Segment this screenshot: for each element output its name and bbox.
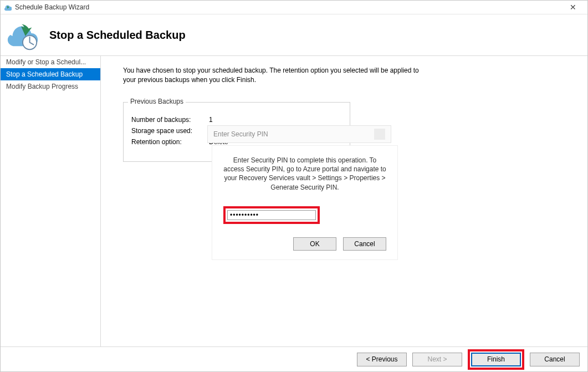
page-icon (5, 18, 39, 52)
finish-button[interactable]: Finish (471, 353, 521, 366)
step-modify-progress[interactable]: Modify Backup Progress (1, 80, 100, 93)
retention-label: Retention option: (131, 138, 209, 146)
security-pin-strip: Enter Security PIN (207, 125, 391, 143)
wizard-footer: < Previous Next > Finish Cancel (1, 346, 587, 371)
pin-clear-icon (374, 129, 385, 140)
previous-button[interactable]: < Previous (357, 353, 407, 366)
finish-highlight: Finish (468, 349, 524, 370)
step-stop-scheduled[interactable]: Stop a Scheduled Backup (1, 68, 100, 80)
page-title: Stop a Scheduled Backup (49, 29, 186, 42)
cancel-button[interactable]: Cancel (530, 353, 580, 366)
pin-dialog-message: Enter Security PIN to complete this oper… (223, 156, 386, 192)
backup-count-value: 1 (209, 116, 213, 124)
wizard-steps: Modify or Stop a Schedul... Stop a Sched… (1, 56, 100, 346)
pin-input-highlight (223, 206, 320, 224)
security-pin-dialog: Enter Security PIN to complete this oper… (212, 146, 397, 259)
titlebar: Schedule Backup Wizard ✕ (1, 1, 587, 14)
intro-text: You have chosen to stop your scheduled b… (123, 66, 422, 85)
group-legend: Previous Backups (128, 98, 186, 105)
pin-dialog-buttons: OK Cancel (223, 237, 386, 251)
step-modify-or-stop[interactable]: Modify or Stop a Schedul... (1, 56, 100, 68)
storage-used-label: Storage space used: (131, 127, 209, 135)
security-pin-input[interactable] (227, 210, 316, 220)
next-button: Next > (412, 353, 462, 366)
backup-icon (4, 3, 12, 11)
pin-strip-placeholder: Enter Security PIN (213, 130, 268, 138)
window-title: Schedule Backup Wizard (15, 3, 562, 11)
wizard-header: Stop a Scheduled Backup (1, 14, 587, 55)
backup-count-label: Number of backups: (131, 116, 209, 124)
wizard-window: Schedule Backup Wizard ✕ Stop a Schedule… (0, 0, 588, 372)
pin-cancel-button[interactable]: Cancel (343, 237, 386, 251)
pin-ok-button[interactable]: OK (293, 237, 336, 251)
close-icon[interactable]: ✕ (562, 3, 584, 12)
